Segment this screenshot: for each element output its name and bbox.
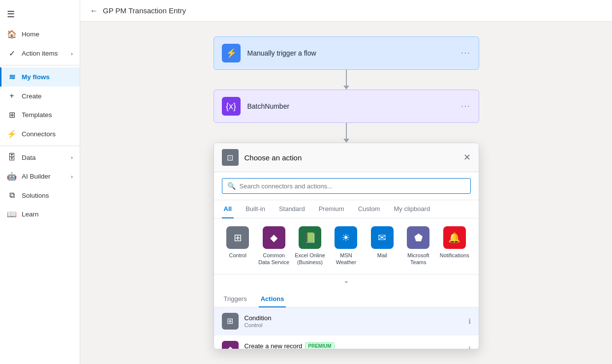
sidebar-icon-create: + — [7, 91, 17, 100]
modal-tab-built-in[interactable]: Built-in — [244, 200, 267, 218]
trigger-card-title: Manually trigger a flow — [247, 49, 455, 57]
connector-icon-control: ⊞ — [226, 226, 249, 249]
action-tabs: TriggersActions — [214, 286, 479, 307]
flow-arrow-1 — [343, 70, 349, 90]
connector-icon-msn-weather: ☀ — [335, 226, 357, 249]
action-icon-condition: ⊞ — [222, 313, 239, 330]
sidebar-label-create: Create — [22, 92, 42, 100]
choose-action-modal: ⊡ Choose an action ✕ 🔍 AllBuilt-inStanda… — [214, 143, 479, 349]
connector-control[interactable]: ⊞ Control — [222, 226, 254, 266]
connector-excel-online[interactable]: 📗 Excel Online (Business) — [294, 226, 326, 266]
sidebar-label-action-items: Action items — [22, 50, 58, 57]
connector-icon-mail: ✉ — [371, 226, 394, 249]
sidebar-item-solutions[interactable]: ⧉ Solutions — [0, 186, 80, 205]
modal-header-icon: ⊡ — [222, 149, 239, 166]
canvas: ⚡ Manually trigger a flow ··· {x} BatchN… — [80, 22, 612, 364]
back-button[interactable]: ← — [90, 6, 98, 15]
connector-label-excel-online: Excel Online (Business) — [294, 252, 326, 266]
modal-tab-my-clipboard[interactable]: My clipboard — [392, 200, 432, 218]
modal-tab-all[interactable]: All — [222, 200, 234, 218]
connector-label-common-data-service: Common Data Service — [258, 252, 290, 266]
sidebar-item-home[interactable]: 🏠 Home — [0, 25, 80, 44]
action-item-condition[interactable]: ⊞ Condition Control ℹ — [214, 307, 479, 335]
sidebar-item-learn[interactable]: 📖 Learn — [0, 205, 80, 224]
modal-category-tabs: AllBuilt-inStandardPremiumCustomMy clipb… — [214, 200, 479, 218]
action-info-button-create-new-record[interactable]: ℹ — [468, 345, 471, 349]
action-sub-condition: Control — [245, 322, 462, 328]
modal-close-button[interactable]: ✕ — [463, 152, 471, 163]
page-title: GP PM Transaction Entry — [103, 6, 186, 15]
search-box[interactable]: 🔍 — [222, 178, 471, 194]
action-item-create-new-record[interactable]: ◆ Create a new record PREMIUM Common Dat… — [214, 335, 479, 349]
sidebar-icon-action-items: ✓ — [7, 49, 17, 58]
variable-card[interactable]: {x} BatchNumber ··· — [214, 90, 479, 123]
variable-card-title: BatchNumber — [247, 102, 455, 110]
modal-title: Choose an action — [245, 153, 458, 162]
connector-microsoft-teams[interactable]: ⬟ Microsoft Teams — [402, 226, 434, 266]
modal-tab-premium[interactable]: Premium — [317, 200, 346, 218]
chevron-icon-ai-builder: › — [71, 174, 73, 180]
trigger-card-icon: ⚡ — [222, 44, 241, 62]
flow-arrow-2 — [343, 123, 349, 143]
trigger-card-menu[interactable]: ··· — [461, 49, 470, 58]
connector-label-mail: Mail — [377, 252, 387, 259]
search-icon: 🔍 — [227, 182, 236, 190]
sidebar-icon-home: 🏠 — [7, 30, 17, 39]
premium-badge-create-new-record: PREMIUM — [305, 342, 334, 349]
chevron-icon-data: › — [71, 154, 73, 160]
topbar: ← GP PM Transaction Entry — [80, 0, 612, 22]
connector-icon-notifications: 🔔 — [443, 226, 466, 249]
modal-search-area: 🔍 — [214, 172, 479, 200]
expand-connectors-button[interactable]: ⌄ — [214, 274, 479, 286]
sidebar-label-ai-builder: AI Builder — [22, 173, 51, 180]
sidebar-label-connectors: Connectors — [22, 130, 56, 138]
sidebar-item-create[interactable]: + Create — [0, 87, 80, 105]
sidebar-label-my-flows: My flows — [22, 73, 50, 81]
action-info-button-condition[interactable]: ℹ — [468, 317, 471, 325]
hamburger-icon[interactable]: ☰ — [0, 4, 80, 25]
variable-card-icon: {x} — [222, 97, 241, 116]
sidebar: ☰ 🏠 Home ✓ Action items › ≋ My flows + C… — [0, 0, 80, 364]
connector-icon-microsoft-teams: ⬟ — [407, 226, 429, 249]
sidebar-label-home: Home — [22, 30, 39, 38]
sidebar-label-data: Data — [22, 154, 36, 161]
sidebar-icon-learn: 📖 — [7, 210, 17, 219]
search-input[interactable] — [240, 182, 465, 190]
variable-card-menu[interactable]: ··· — [461, 102, 470, 111]
sidebar-item-data[interactable]: 🗄 Data › — [0, 148, 80, 167]
connector-msn-weather[interactable]: ☀ MSN Weather — [330, 226, 362, 266]
sidebar-icon-solutions: ⧉ — [7, 191, 17, 200]
connector-mail[interactable]: ✉ Mail — [366, 226, 398, 266]
modal-header: ⊡ Choose an action ✕ — [214, 143, 479, 172]
modal-tab-standard[interactable]: Standard — [277, 200, 307, 218]
action-info-create-new-record: Create a new record PREMIUM Common Data … — [245, 342, 462, 349]
connector-icon-excel-online: 📗 — [299, 226, 321, 249]
action-icon-create-new-record: ◆ — [222, 341, 239, 349]
sidebar-label-solutions: Solutions — [22, 192, 49, 199]
connector-label-microsoft-teams: Microsoft Teams — [402, 252, 434, 266]
connector-label-control: Control — [229, 252, 246, 259]
trigger-card[interactable]: ⚡ Manually trigger a flow ··· — [214, 36, 479, 70]
chevron-icon-action-items: › — [71, 51, 73, 57]
sidebar-item-my-flows[interactable]: ≋ My flows — [0, 67, 80, 87]
sidebar-icon-templates: ⊞ — [7, 110, 17, 120]
sidebar-label-templates: Templates — [22, 111, 52, 119]
connector-notifications[interactable]: 🔔 Notifications — [438, 226, 470, 266]
modal-tab-custom[interactable]: Custom — [356, 200, 382, 218]
sidebar-item-action-items[interactable]: ✓ Action items › — [0, 44, 80, 63]
connector-label-msn-weather: MSN Weather — [330, 252, 362, 266]
connectors-grid: ⊞ Control ◆ Common Data Service 📗 Excel … — [214, 218, 479, 274]
sidebar-item-ai-builder[interactable]: 🤖 AI Builder › — [0, 167, 80, 186]
sidebar-item-connectors[interactable]: ⚡ Connectors — [0, 124, 80, 144]
connector-label-notifications: Notifications — [440, 252, 469, 259]
action-name-condition: Condition — [245, 314, 462, 322]
action-list: ⊞ Condition Control ℹ ◆ Create a new rec… — [214, 307, 479, 349]
action-tab-actions[interactable]: Actions — [259, 291, 286, 307]
sidebar-icon-data: 🗄 — [7, 153, 17, 162]
action-name-create-new-record: Create a new record PREMIUM — [245, 342, 462, 349]
connector-common-data-service[interactable]: ◆ Common Data Service — [258, 226, 290, 266]
sidebar-icon-ai-builder: 🤖 — [7, 172, 17, 181]
sidebar-item-templates[interactable]: ⊞ Templates — [0, 105, 80, 124]
action-tab-triggers[interactable]: Triggers — [222, 291, 249, 307]
main-area: ← GP PM Transaction Entry ⚡ Manually tri… — [80, 0, 612, 364]
